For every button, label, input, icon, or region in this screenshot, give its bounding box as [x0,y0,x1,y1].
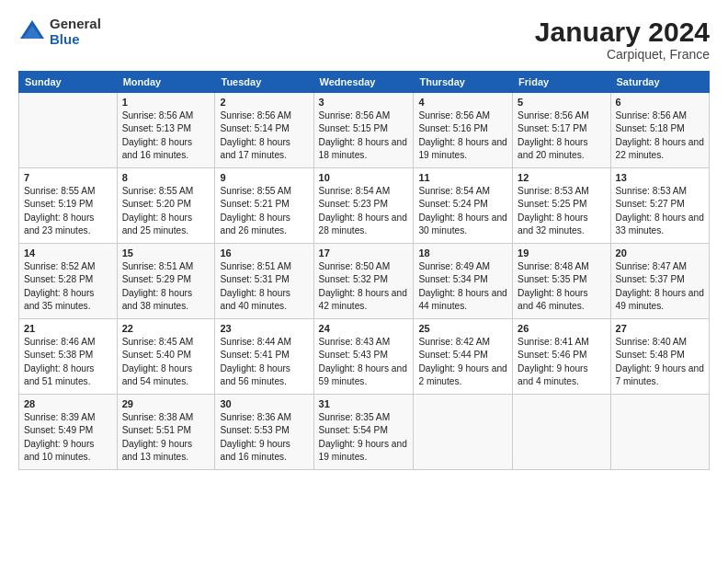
calendar-cell: 8Sunrise: 8:55 AM Sunset: 5:20 PM Daylig… [117,168,215,244]
day-number: 15 [122,247,210,259]
header-sunday: Sunday [19,72,118,93]
calendar-cell: 19Sunrise: 8:48 AM Sunset: 5:35 PM Dayli… [513,244,610,319]
day-number: 23 [220,323,308,334]
header-friday: Friday [513,72,610,93]
day-info: Sunrise: 8:45 AM Sunset: 5:40 PM Dayligh… [122,336,210,388]
day-info: Sunrise: 8:42 AM Sunset: 5:44 PM Dayligh… [418,336,507,388]
header-monday: Monday [117,72,215,93]
calendar-cell [610,395,709,470]
day-info: Sunrise: 8:54 AM Sunset: 5:23 PM Dayligh… [319,185,409,237]
calendar-cell: 12Sunrise: 8:53 AM Sunset: 5:25 PM Dayli… [513,168,610,244]
calendar-cell: 20Sunrise: 8:47 AM Sunset: 5:37 PM Dayli… [610,244,709,319]
calendar-cell: 27Sunrise: 8:40 AM Sunset: 5:48 PM Dayli… [610,319,709,395]
logo-blue: Blue [50,32,101,48]
day-number: 11 [418,172,507,183]
day-info: Sunrise: 8:56 AM Sunset: 5:16 PM Dayligh… [418,109,507,162]
month-year-title: January 2024 [535,17,710,47]
day-number: 2 [220,97,308,108]
day-number: 18 [418,247,507,259]
title-area: January 2024 Carpiquet, France [535,17,710,62]
calendar-week-row: 28Sunrise: 8:39 AM Sunset: 5:49 PM Dayli… [19,395,710,470]
location-label: Carpiquet, France [535,47,710,62]
calendar-cell: 10Sunrise: 8:54 AM Sunset: 5:23 PM Dayli… [313,168,414,244]
calendar-cell [19,93,118,168]
day-info: Sunrise: 8:50 AM Sunset: 5:32 PM Dayligh… [319,260,409,313]
day-number: 5 [518,97,605,108]
day-info: Sunrise: 8:53 AM Sunset: 5:27 PM Dayligh… [616,185,704,237]
calendar-cell: 26Sunrise: 8:41 AM Sunset: 5:46 PM Dayli… [513,319,610,395]
calendar-week-row: 1Sunrise: 8:56 AM Sunset: 5:13 PM Daylig… [19,93,710,168]
calendar-cell: 30Sunrise: 8:36 AM Sunset: 5:53 PM Dayli… [215,395,313,470]
calendar-header-row: Sunday Monday Tuesday Wednesday Thursday… [19,72,710,93]
calendar-cell: 13Sunrise: 8:53 AM Sunset: 5:27 PM Dayli… [610,168,709,244]
day-number: 30 [220,398,308,409]
calendar-cell: 21Sunrise: 8:46 AM Sunset: 5:38 PM Dayli… [19,319,118,395]
calendar-week-row: 14Sunrise: 8:52 AM Sunset: 5:28 PM Dayli… [19,244,710,319]
day-number: 3 [319,97,409,108]
logo: General Blue [18,17,101,47]
calendar-cell: 24Sunrise: 8:43 AM Sunset: 5:43 PM Dayli… [313,319,414,395]
calendar-cell: 14Sunrise: 8:52 AM Sunset: 5:28 PM Dayli… [19,244,118,319]
day-number: 8 [122,172,210,183]
calendar-cell: 2Sunrise: 8:56 AM Sunset: 5:14 PM Daylig… [215,93,313,168]
logo-general: General [50,17,101,32]
day-info: Sunrise: 8:40 AM Sunset: 5:48 PM Dayligh… [616,336,704,388]
calendar-cell: 17Sunrise: 8:50 AM Sunset: 5:32 PM Dayli… [313,244,414,319]
calendar-cell: 18Sunrise: 8:49 AM Sunset: 5:34 PM Dayli… [414,244,513,319]
day-info: Sunrise: 8:53 AM Sunset: 5:25 PM Dayligh… [518,185,605,237]
calendar-cell: 31Sunrise: 8:35 AM Sunset: 5:54 PM Dayli… [313,395,414,470]
day-info: Sunrise: 8:56 AM Sunset: 5:17 PM Dayligh… [518,109,605,162]
logo-icon [18,18,46,46]
day-info: Sunrise: 8:35 AM Sunset: 5:54 PM Dayligh… [319,411,409,464]
day-number: 9 [220,172,308,183]
day-info: Sunrise: 8:39 AM Sunset: 5:49 PM Dayligh… [24,411,112,464]
day-info: Sunrise: 8:46 AM Sunset: 5:38 PM Dayligh… [24,336,112,388]
calendar-cell: 23Sunrise: 8:44 AM Sunset: 5:41 PM Dayli… [215,319,313,395]
day-number: 25 [418,323,507,334]
day-info: Sunrise: 8:56 AM Sunset: 5:13 PM Dayligh… [122,109,210,162]
day-number: 21 [24,323,112,334]
day-number: 31 [319,398,409,409]
day-number: 6 [616,97,704,108]
day-number: 14 [24,247,112,259]
calendar-cell: 3Sunrise: 8:56 AM Sunset: 5:15 PM Daylig… [313,93,414,168]
day-number: 13 [616,172,704,183]
calendar-cell: 16Sunrise: 8:51 AM Sunset: 5:31 PM Dayli… [215,244,313,319]
day-number: 16 [220,247,308,259]
calendar-cell: 1Sunrise: 8:56 AM Sunset: 5:13 PM Daylig… [117,93,215,168]
calendar-cell: 6Sunrise: 8:56 AM Sunset: 5:18 PM Daylig… [610,93,709,168]
day-info: Sunrise: 8:56 AM Sunset: 5:18 PM Dayligh… [616,109,704,162]
calendar-table: Sunday Monday Tuesday Wednesday Thursday… [18,71,710,470]
day-number: 20 [616,247,704,259]
header-thursday: Thursday [414,72,513,93]
calendar-cell: 25Sunrise: 8:42 AM Sunset: 5:44 PM Dayli… [414,319,513,395]
day-info: Sunrise: 8:55 AM Sunset: 5:20 PM Dayligh… [122,185,210,237]
day-number: 28 [24,398,112,409]
day-number: 12 [518,172,605,183]
day-number: 29 [122,398,210,409]
calendar-cell: 9Sunrise: 8:55 AM Sunset: 5:21 PM Daylig… [215,168,313,244]
calendar-week-row: 7Sunrise: 8:55 AM Sunset: 5:19 PM Daylig… [19,168,710,244]
day-info: Sunrise: 8:36 AM Sunset: 5:53 PM Dayligh… [220,411,308,464]
day-info: Sunrise: 8:54 AM Sunset: 5:24 PM Dayligh… [418,185,507,237]
calendar-cell: 29Sunrise: 8:38 AM Sunset: 5:51 PM Dayli… [117,395,215,470]
header-tuesday: Tuesday [215,72,313,93]
day-info: Sunrise: 8:56 AM Sunset: 5:15 PM Dayligh… [319,109,409,162]
calendar-cell: 7Sunrise: 8:55 AM Sunset: 5:19 PM Daylig… [19,168,118,244]
day-number: 26 [518,323,605,334]
day-info: Sunrise: 8:51 AM Sunset: 5:31 PM Dayligh… [220,260,308,313]
calendar-page: General Blue January 2024 Carpiquet, Fra… [0,0,728,563]
day-number: 7 [24,172,112,183]
day-number: 27 [616,323,704,334]
day-info: Sunrise: 8:48 AM Sunset: 5:35 PM Dayligh… [518,260,605,313]
logo-text: General Blue [50,17,101,47]
calendar-week-row: 21Sunrise: 8:46 AM Sunset: 5:38 PM Dayli… [19,319,710,395]
day-info: Sunrise: 8:51 AM Sunset: 5:29 PM Dayligh… [122,260,210,313]
calendar-cell: 22Sunrise: 8:45 AM Sunset: 5:40 PM Dayli… [117,319,215,395]
calendar-cell: 5Sunrise: 8:56 AM Sunset: 5:17 PM Daylig… [513,93,610,168]
page-header: General Blue January 2024 Carpiquet, Fra… [18,17,710,62]
day-info: Sunrise: 8:55 AM Sunset: 5:21 PM Dayligh… [220,185,308,237]
day-number: 19 [518,247,605,259]
day-info: Sunrise: 8:49 AM Sunset: 5:34 PM Dayligh… [418,260,507,313]
day-info: Sunrise: 8:55 AM Sunset: 5:19 PM Dayligh… [24,185,112,237]
